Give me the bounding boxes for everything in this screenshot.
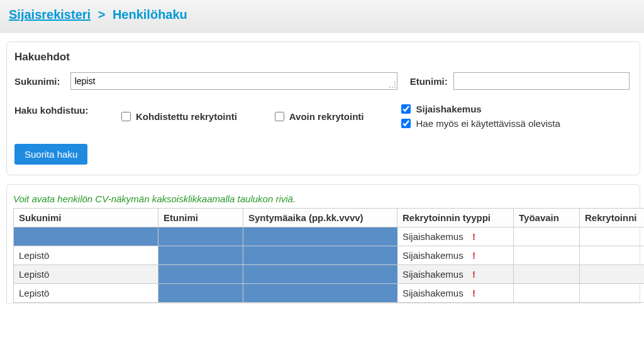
cell-rekrytoin <box>580 227 645 246</box>
alert-icon: ! <box>472 250 475 261</box>
checkbox-kohdistettu-label: Kohdistettu rekrytointi <box>136 111 237 122</box>
checkbox-right-column: Sijaishakemus Hae myös ei käytettävissä … <box>401 104 560 129</box>
cell-etunimi <box>158 246 243 265</box>
cell-rekrytyyppi: Sijaishakemus ! <box>397 284 514 303</box>
results-panel: Voit avata henkilön CV-näkymän kaksoiskl… <box>6 184 640 303</box>
cell-rekrytyyppi: Sijaishakemus ! <box>397 265 514 284</box>
cell-syntyma <box>243 284 397 303</box>
checkbox-sijaishakemus-label: Sijaishakemus <box>416 104 481 114</box>
cell-etunimi <box>158 284 243 303</box>
breadcrumb-bar: Sijaisrekisteri > Henkilöhaku <box>0 0 644 33</box>
etunimi-label: Etunimi: <box>410 76 448 87</box>
cell-tyoavain <box>514 284 580 303</box>
cell-rekrytoin <box>580 284 645 303</box>
name-row: Sukunimi: Etunimi: <box>14 72 630 90</box>
alert-icon: ! <box>472 288 475 298</box>
cell-syntyma <box>243 227 397 246</box>
breadcrumb-current: Henkilöhaku <box>113 8 187 21</box>
sukunimi-input-wrap <box>70 72 397 90</box>
col-header-rekrytoin[interactable]: Rekrytoinni <box>580 209 645 227</box>
cell-tyoavain <box>514 227 580 246</box>
checkbox-kohdistettu[interactable]: Kohdistettu rekrytointi <box>121 104 237 129</box>
alert-icon: ! <box>472 231 475 242</box>
checkbox-hae-myos-input[interactable] <box>401 119 411 128</box>
table-row[interactable]: Lepistö Sijaishakemus ! <box>14 265 645 284</box>
col-header-etunimi[interactable]: Etunimi <box>158 209 243 227</box>
cell-rekrytyyppi: Sijaishakemus ! <box>397 246 514 265</box>
breadcrumb-separator: > <box>98 8 106 21</box>
rekrytyyppi-text: Sijaishakemus <box>402 269 464 280</box>
cell-sukunimi <box>14 227 158 246</box>
cell-tyoavain <box>514 265 580 284</box>
cell-sukunimi: Lepistö <box>14 284 158 303</box>
sukunimi-label: Sukunimi: <box>14 76 65 87</box>
cell-syntyma <box>243 265 397 284</box>
table-row[interactable]: Lepistö Sijaishakemus ! <box>14 246 645 265</box>
checkbox-kohdistettu-input[interactable] <box>121 112 131 121</box>
cell-tyoavain <box>514 246 580 265</box>
col-header-tyoavain[interactable]: Työavain <box>514 209 580 227</box>
table-header-row: Sukunimi Etunimi Syntymäaika (pp.kk.vvvv… <box>14 209 645 227</box>
cell-etunimi <box>158 227 243 246</box>
checkbox-hae-myos-label: Hae myös ei käytettävissä olevista <box>416 118 560 129</box>
cell-etunimi <box>158 265 243 284</box>
search-panel: Hakuehdot Sukunimi: Etunimi: Haku kohdis… <box>6 41 640 175</box>
cell-rekrytyyppi: Sijaishakemus ! <box>397 227 514 246</box>
cell-syntyma <box>243 246 397 265</box>
etunimi-input[interactable] <box>453 72 630 90</box>
rekrytyyppi-text: Sijaishakemus <box>402 250 464 261</box>
breadcrumb-parent-link[interactable]: Sijaisrekisteri <box>9 8 91 21</box>
col-header-sukunimi[interactable]: Sukunimi <box>14 209 158 227</box>
sukunimi-input[interactable] <box>70 72 397 90</box>
search-title: Hakuehdot <box>14 51 630 63</box>
table-row[interactable]: Lepistö Sijaishakemus ! <box>14 284 645 303</box>
alert-icon: ! <box>472 269 475 280</box>
checkbox-sijaishakemus[interactable]: Sijaishakemus <box>401 104 560 114</box>
rekrytyyppi-text: Sijaishakemus <box>402 231 464 242</box>
haku-kohdistuu-row: Haku kohdistuu: Kohdistettu rekrytointi … <box>14 104 630 129</box>
col-header-rekrytyyppi[interactable]: Rekrytoinnin tyyppi <box>397 209 514 227</box>
results-table: Sukunimi Etunimi Syntymäaika (pp.kk.vvvv… <box>13 208 644 303</box>
haku-kohdistuu-label: Haku kohdistuu: <box>14 104 103 116</box>
checkbox-hae-myos[interactable]: Hae myös ei käytettävissä olevista <box>401 118 560 129</box>
col-header-syntyma[interactable]: Syntymäaika (pp.kk.vvvv) <box>243 209 397 227</box>
checkbox-avoin-input[interactable] <box>275 112 284 121</box>
table-row[interactable]: Sijaishakemus ! <box>14 227 645 246</box>
checkbox-sijaishakemus-input[interactable] <box>401 104 411 114</box>
results-hint: Voit avata henkilön CV-näkymän kaksoiskl… <box>13 193 633 204</box>
checkbox-avoin[interactable]: Avoin rekrytointi <box>275 104 364 129</box>
cell-rekrytoin <box>580 265 645 284</box>
suorita-haku-button[interactable]: Suorita haku <box>14 144 87 165</box>
table-body: Sijaishakemus ! Lepistö Sijaishakemus ! … <box>14 227 645 303</box>
checkbox-group: Kohdistettu rekrytointi Avoin rekrytoint… <box>121 104 560 129</box>
breadcrumb: Sijaisrekisteri > Henkilöhaku <box>9 8 635 22</box>
rekrytyyppi-text: Sijaishakemus <box>402 288 464 298</box>
cell-sukunimi: Lepistö <box>14 265 158 284</box>
cell-sukunimi: Lepistö <box>14 246 158 265</box>
checkbox-avoin-label: Avoin rekrytointi <box>289 111 364 122</box>
cell-rekrytoin <box>580 246 645 265</box>
